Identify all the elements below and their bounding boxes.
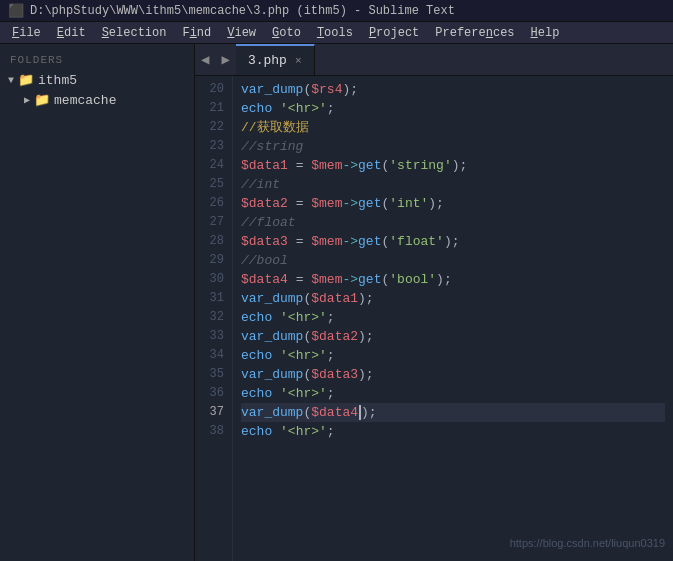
expand-arrow-icon-sub: ▶ xyxy=(24,94,30,106)
code-line-30: $data4 = $mem->get('bool'); xyxy=(241,270,665,289)
code-line-29: //bool xyxy=(241,251,665,270)
sidebar-item-memcache[interactable]: ▶ 📁 memcache xyxy=(0,90,194,110)
folder-icon: 📁 xyxy=(18,72,34,88)
menu-goto[interactable]: Goto xyxy=(264,22,309,43)
line-num-29: 29 xyxy=(195,251,224,270)
tab-close-button[interactable]: × xyxy=(295,55,302,67)
code-line-26: $data2 = $mem->get('int'); xyxy=(241,194,665,213)
menu-edit[interactable]: Edit xyxy=(49,22,94,43)
code-content[interactable]: var_dump($rs4); echo '<hr>'; //获取数据 //st… xyxy=(233,76,673,561)
line-num-20: 20 xyxy=(195,80,224,99)
menu-find[interactable]: Find xyxy=(174,22,219,43)
code-line-21: echo '<hr>'; xyxy=(241,99,665,118)
menu-tools[interactable]: Tools xyxy=(309,22,361,43)
tab-3php[interactable]: 3.php × xyxy=(236,44,315,75)
menu-view[interactable]: View xyxy=(219,22,264,43)
tab-label: 3.php xyxy=(248,53,287,68)
line-num-34: 34 xyxy=(195,346,224,365)
title-bar: ⬛ D:\phpStudy\WWW\ithm5\memcache\3.php (… xyxy=(0,0,673,22)
window-title: D:\phpStudy\WWW\ithm5\memcache\3.php (it… xyxy=(30,4,455,18)
line-num-32: 32 xyxy=(195,308,224,327)
folder-icon-sub: 📁 xyxy=(34,92,50,108)
expand-arrow-icon: ▼ xyxy=(8,75,14,86)
code-line-25: //int xyxy=(241,175,665,194)
line-num-31: 31 xyxy=(195,289,224,308)
menu-selection[interactable]: Selection xyxy=(94,22,175,43)
line-num-36: 36 xyxy=(195,384,224,403)
tab-next-button[interactable]: ▶ xyxy=(215,44,235,75)
watermark: https://blog.csdn.net/liuqun0319 xyxy=(510,534,665,553)
code-line-27: //float xyxy=(241,213,665,232)
line-num-27: 27 xyxy=(195,213,224,232)
editor-area: ◀ ▶ 3.php × 20 21 22 23 24 25 26 27 28 2… xyxy=(195,44,673,561)
code-line-23: //string xyxy=(241,137,665,156)
code-line-24: $data1 = $mem->get('string'); xyxy=(241,156,665,175)
code-line-36: echo '<hr>'; xyxy=(241,384,665,403)
line-num-37: 37 xyxy=(195,403,224,422)
tab-bar: ◀ ▶ 3.php × xyxy=(195,44,673,76)
menu-help[interactable]: Help xyxy=(523,22,568,43)
code-line-38: echo '<hr>'; xyxy=(241,422,665,441)
line-numbers: 20 21 22 23 24 25 26 27 28 29 30 31 32 3… xyxy=(195,76,233,561)
line-num-35: 35 xyxy=(195,365,224,384)
menu-preferences[interactable]: Preferences xyxy=(427,22,522,43)
code-line-20: var_dump($rs4); xyxy=(241,80,665,99)
line-num-28: 28 xyxy=(195,232,224,251)
code-line-31: var_dump($data1); xyxy=(241,289,665,308)
sidebar-item-ithm5[interactable]: ▼ 📁 ithm5 xyxy=(0,70,194,90)
line-num-30: 30 xyxy=(195,270,224,289)
code-line-28: $data3 = $mem->get('float'); xyxy=(241,232,665,251)
code-area[interactable]: 20 21 22 23 24 25 26 27 28 29 30 31 32 3… xyxy=(195,76,673,561)
code-line-33: var_dump($data2); xyxy=(241,327,665,346)
line-num-26: 26 xyxy=(195,194,224,213)
sidebar: FOLDERS ▼ 📁 ithm5 ▶ 📁 memcache xyxy=(0,44,195,561)
folders-label: FOLDERS xyxy=(0,50,194,70)
main-layout: FOLDERS ▼ 📁 ithm5 ▶ 📁 memcache ◀ ▶ 3.php… xyxy=(0,44,673,561)
menu-bar: File Edit Selection Find View Goto Tools… xyxy=(0,22,673,44)
code-line-37: var_dump($data4); xyxy=(241,403,665,422)
app-icon: ⬛ xyxy=(8,3,24,19)
tab-prev-button[interactable]: ◀ xyxy=(195,44,215,75)
line-num-23: 23 xyxy=(195,137,224,156)
line-num-38: 38 xyxy=(195,422,224,441)
code-line-32: echo '<hr>'; xyxy=(241,308,665,327)
line-num-25: 25 xyxy=(195,175,224,194)
code-line-22: //获取数据 xyxy=(241,118,665,137)
line-num-22: 22 xyxy=(195,118,224,137)
code-line-34: echo '<hr>'; xyxy=(241,346,665,365)
folder-name-memcache: memcache xyxy=(54,93,116,108)
folder-name-ithm5: ithm5 xyxy=(38,73,77,88)
code-line-35: var_dump($data3); xyxy=(241,365,665,384)
line-num-21: 21 xyxy=(195,99,224,118)
menu-project[interactable]: Project xyxy=(361,22,427,43)
line-num-24: 24 xyxy=(195,156,224,175)
line-num-33: 33 xyxy=(195,327,224,346)
menu-file[interactable]: File xyxy=(4,22,49,43)
